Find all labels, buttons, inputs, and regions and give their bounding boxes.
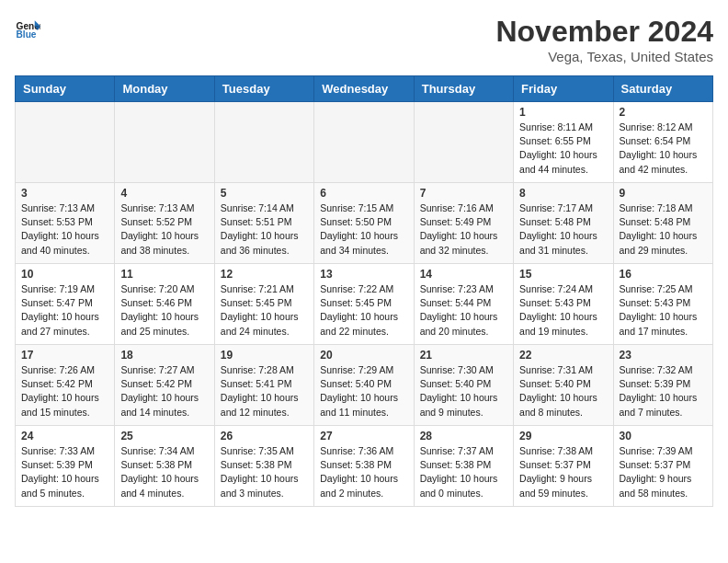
day-info: Sunrise: 7:35 AM Sunset: 5:38 PM Dayligh… <box>221 444 308 500</box>
calendar-cell <box>115 102 214 183</box>
day-number: 15 <box>519 268 607 281</box>
day-info: Sunrise: 7:38 AM Sunset: 5:37 PM Dayligh… <box>519 444 607 500</box>
calendar-cell: 30Sunrise: 7:39 AM Sunset: 5:37 PM Dayli… <box>613 426 712 507</box>
weekday-header-wednesday: Wednesday <box>314 76 414 102</box>
day-number: 6 <box>320 187 407 200</box>
weekday-header-sunday: Sunday <box>16 76 115 102</box>
weekday-header-monday: Monday <box>115 76 214 102</box>
day-info: Sunrise: 7:34 AM Sunset: 5:38 PM Dayligh… <box>120 444 208 500</box>
location: Vega, Texas, United States <box>495 49 713 64</box>
day-info: Sunrise: 8:11 AM Sunset: 6:55 PM Dayligh… <box>519 121 607 177</box>
logo: General Blue <box>15 15 40 40</box>
day-info: Sunrise: 7:33 AM Sunset: 5:39 PM Dayligh… <box>21 444 108 500</box>
calendar-cell: 11Sunrise: 7:20 AM Sunset: 5:46 PM Dayli… <box>115 264 214 345</box>
page-header: General Blue November 2024 Vega, Texas, … <box>15 15 713 64</box>
calendar-cell: 18Sunrise: 7:27 AM Sunset: 5:42 PM Dayli… <box>115 345 214 426</box>
day-number: 17 <box>21 349 108 362</box>
day-number: 25 <box>120 430 208 442</box>
day-info: Sunrise: 7:21 AM Sunset: 5:45 PM Dayligh… <box>221 282 308 339</box>
calendar-cell: 26Sunrise: 7:35 AM Sunset: 5:38 PM Dayli… <box>214 426 313 507</box>
day-number: 23 <box>620 349 707 362</box>
day-info: Sunrise: 7:36 AM Sunset: 5:38 PM Dayligh… <box>320 444 407 500</box>
day-info: Sunrise: 7:23 AM Sunset: 5:44 PM Dayligh… <box>420 282 507 339</box>
day-info: Sunrise: 7:37 AM Sunset: 5:38 PM Dayligh… <box>420 444 507 500</box>
day-number: 26 <box>221 430 308 442</box>
day-number: 4 <box>120 187 208 200</box>
calendar-cell: 27Sunrise: 7:36 AM Sunset: 5:38 PM Dayli… <box>314 426 414 507</box>
day-number: 29 <box>519 430 607 442</box>
day-number: 8 <box>519 187 607 200</box>
day-info: Sunrise: 7:25 AM Sunset: 5:43 PM Dayligh… <box>620 282 707 339</box>
day-number: 13 <box>320 268 407 281</box>
calendar-week-3: 10Sunrise: 7:19 AM Sunset: 5:47 PM Dayli… <box>16 264 713 345</box>
weekday-header-tuesday: Tuesday <box>214 76 313 102</box>
calendar-cell: 24Sunrise: 7:33 AM Sunset: 5:39 PM Dayli… <box>16 426 115 507</box>
calendar-cell: 2Sunrise: 8:12 AM Sunset: 6:54 PM Daylig… <box>613 102 712 183</box>
day-number: 14 <box>420 268 507 281</box>
day-info: Sunrise: 7:15 AM Sunset: 5:50 PM Dayligh… <box>320 201 407 258</box>
calendar-cell <box>16 102 115 183</box>
day-info: Sunrise: 7:14 AM Sunset: 5:51 PM Dayligh… <box>221 201 308 258</box>
day-info: Sunrise: 7:30 AM Sunset: 5:40 PM Dayligh… <box>420 363 507 419</box>
calendar-cell: 20Sunrise: 7:29 AM Sunset: 5:40 PM Dayli… <box>314 345 414 426</box>
calendar-cell: 21Sunrise: 7:30 AM Sunset: 5:40 PM Dayli… <box>414 345 513 426</box>
calendar-week-1: 1Sunrise: 8:11 AM Sunset: 6:55 PM Daylig… <box>16 102 713 183</box>
calendar-week-4: 17Sunrise: 7:26 AM Sunset: 5:42 PM Dayli… <box>16 345 713 426</box>
day-number: 19 <box>221 349 308 362</box>
weekday-header-friday: Friday <box>514 76 613 102</box>
day-number: 30 <box>620 430 707 442</box>
day-number: 5 <box>221 187 308 200</box>
day-number: 27 <box>320 430 407 442</box>
day-number: 9 <box>620 187 707 200</box>
day-info: Sunrise: 7:18 AM Sunset: 5:48 PM Dayligh… <box>620 201 707 258</box>
calendar-cell: 13Sunrise: 7:22 AM Sunset: 5:45 PM Dayli… <box>314 264 414 345</box>
calendar-cell: 25Sunrise: 7:34 AM Sunset: 5:38 PM Dayli… <box>115 426 214 507</box>
day-info: Sunrise: 7:16 AM Sunset: 5:49 PM Dayligh… <box>420 201 507 258</box>
calendar-table: SundayMondayTuesdayWednesdayThursdayFrid… <box>15 75 713 507</box>
calendar-cell: 4Sunrise: 7:13 AM Sunset: 5:52 PM Daylig… <box>115 183 214 264</box>
calendar-cell <box>214 102 313 183</box>
day-number: 3 <box>21 187 108 200</box>
calendar-cell: 16Sunrise: 7:25 AM Sunset: 5:43 PM Dayli… <box>613 264 712 345</box>
day-number: 10 <box>21 268 108 281</box>
day-number: 22 <box>519 349 607 362</box>
day-info: Sunrise: 7:27 AM Sunset: 5:42 PM Dayligh… <box>120 363 208 419</box>
day-number: 18 <box>120 349 208 362</box>
weekday-header-saturday: Saturday <box>613 76 712 102</box>
day-number: 20 <box>320 349 407 362</box>
calendar-cell: 19Sunrise: 7:28 AM Sunset: 5:41 PM Dayli… <box>214 345 313 426</box>
calendar-cell: 23Sunrise: 7:32 AM Sunset: 5:39 PM Dayli… <box>613 345 712 426</box>
calendar-cell: 5Sunrise: 7:14 AM Sunset: 5:51 PM Daylig… <box>214 183 313 264</box>
day-number: 24 <box>21 430 108 442</box>
calendar-cell: 22Sunrise: 7:31 AM Sunset: 5:40 PM Dayli… <box>514 345 613 426</box>
logo-icon: General Blue <box>15 15 40 40</box>
weekday-header-thursday: Thursday <box>414 76 513 102</box>
calendar-cell: 12Sunrise: 7:21 AM Sunset: 5:45 PM Dayli… <box>214 264 313 345</box>
month-title: November 2024 <box>495 15 713 49</box>
calendar-cell: 14Sunrise: 7:23 AM Sunset: 5:44 PM Dayli… <box>414 264 513 345</box>
calendar-cell: 17Sunrise: 7:26 AM Sunset: 5:42 PM Dayli… <box>16 345 115 426</box>
svg-text:Blue: Blue <box>17 29 37 40</box>
day-info: Sunrise: 7:39 AM Sunset: 5:37 PM Dayligh… <box>620 444 707 500</box>
calendar-cell: 6Sunrise: 7:15 AM Sunset: 5:50 PM Daylig… <box>314 183 414 264</box>
day-info: Sunrise: 8:12 AM Sunset: 6:54 PM Dayligh… <box>620 121 707 177</box>
day-number: 11 <box>120 268 208 281</box>
calendar-cell: 15Sunrise: 7:24 AM Sunset: 5:43 PM Dayli… <box>514 264 613 345</box>
day-info: Sunrise: 7:31 AM Sunset: 5:40 PM Dayligh… <box>519 363 607 419</box>
day-info: Sunrise: 7:32 AM Sunset: 5:39 PM Dayligh… <box>620 363 707 419</box>
weekday-header-row: SundayMondayTuesdayWednesdayThursdayFrid… <box>16 76 713 102</box>
calendar-cell: 3Sunrise: 7:13 AM Sunset: 5:53 PM Daylig… <box>16 183 115 264</box>
day-info: Sunrise: 7:20 AM Sunset: 5:46 PM Dayligh… <box>120 282 208 339</box>
day-info: Sunrise: 7:29 AM Sunset: 5:40 PM Dayligh… <box>320 363 407 419</box>
calendar-cell <box>414 102 513 183</box>
day-info: Sunrise: 7:24 AM Sunset: 5:43 PM Dayligh… <box>519 282 607 339</box>
calendar-cell <box>314 102 414 183</box>
day-number: 28 <box>420 430 507 442</box>
title-area: November 2024 Vega, Texas, United States <box>495 15 713 64</box>
day-info: Sunrise: 7:13 AM Sunset: 5:53 PM Dayligh… <box>21 201 108 258</box>
day-info: Sunrise: 7:13 AM Sunset: 5:52 PM Dayligh… <box>120 201 208 258</box>
calendar-cell: 9Sunrise: 7:18 AM Sunset: 5:48 PM Daylig… <box>613 183 712 264</box>
calendar-cell: 10Sunrise: 7:19 AM Sunset: 5:47 PM Dayli… <box>16 264 115 345</box>
calendar-cell: 28Sunrise: 7:37 AM Sunset: 5:38 PM Dayli… <box>414 426 513 507</box>
calendar-cell: 7Sunrise: 7:16 AM Sunset: 5:49 PM Daylig… <box>414 183 513 264</box>
